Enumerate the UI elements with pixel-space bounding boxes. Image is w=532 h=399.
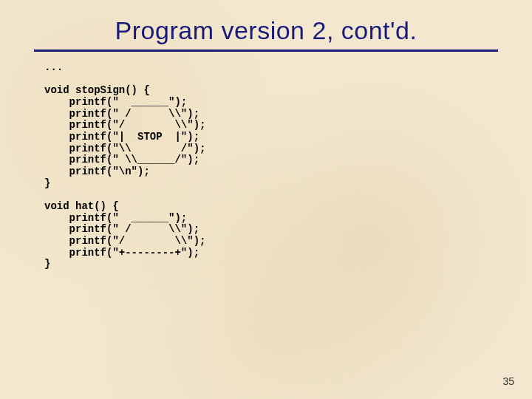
code-hat-l1: printf(" ______");: [44, 212, 187, 224]
slide-title: Program version 2, cont'd.: [0, 16, 532, 45]
code-hat-sig: void hat() {: [44, 200, 119, 212]
code-hat-l2: printf(" / \\");: [44, 223, 200, 235]
code-stopSign-l1: printf(" ______");: [44, 96, 187, 108]
code-hat-end: }: [44, 258, 50, 270]
code-hat-l3: printf("/ \\");: [44, 235, 205, 247]
code-stopSign-l7: printf("\n");: [44, 166, 150, 177]
code-block: ... void stopSign() { printf(" ______");…: [44, 62, 532, 270]
code-stopSign-l5: printf("\\ /");: [44, 143, 205, 154]
code-stopSign-l3: printf("/ \\");: [44, 119, 205, 131]
code-stopSign-l4: printf("| STOP |");: [44, 131, 200, 143]
code-stopSign-sig: void stopSign() {: [44, 84, 150, 96]
code-ellipsis: ...: [44, 61, 63, 73]
code-stopSign-end: }: [44, 177, 50, 189]
slide-number: 35: [502, 375, 514, 387]
code-hat-l4: printf("+--------+");: [44, 247, 200, 259]
code-stopSign-l6: printf(" \\______/");: [44, 154, 200, 166]
title-underline: [34, 50, 498, 52]
code-stopSign-l2: printf(" / \\");: [44, 108, 200, 120]
